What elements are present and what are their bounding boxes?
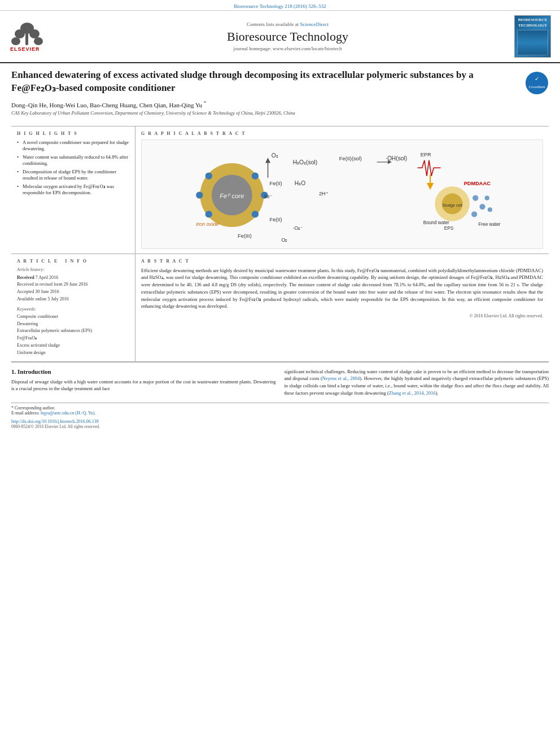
- svg-text:CrossMark: CrossMark: [528, 85, 545, 89]
- svg-point-43: [471, 211, 477, 217]
- highlights-heading: H I G H L I G H T S: [17, 131, 129, 136]
- svg-text:Iron oxide: Iron oxide: [196, 221, 219, 227]
- svg-text:Fe(II): Fe(II): [270, 216, 282, 222]
- svg-text:Fe(II)(sol): Fe(II)(sol): [339, 156, 362, 161]
- footer-section: http://dx.doi.org/10.1016/j.biortech.201…: [11, 418, 549, 429]
- elsevier-logo-container: ELSEVIER: [5, 17, 61, 56]
- article-title-section: Enhanced dewatering of excess activated …: [0, 63, 560, 126]
- svg-rect-5: [25, 31, 28, 45]
- keyword-2: Dewatering: [17, 321, 129, 328]
- crossmark-badge[interactable]: ✓ CrossMark: [525, 71, 549, 96]
- journal-header-center: Contents lists available at ScienceDirec…: [61, 21, 514, 51]
- svg-text:Free water: Free water: [478, 222, 500, 227]
- keywords-list: Composite conditioner Dewatering Extrace…: [17, 313, 129, 357]
- keywords-section: Keywords: Composite conditioner Dewateri…: [17, 307, 129, 357]
- article-dates: Received 7 April 2016 Received in revise…: [17, 274, 129, 303]
- accepted-date: Accepted 30 June 2016: [17, 289, 129, 296]
- svg-text:2e⁻: 2e⁻: [264, 193, 272, 199]
- article-info-abstract-section: A R T I C L E I N F O Article history: R…: [11, 254, 549, 362]
- page: Bioresource Technology 218 (2016) 526–53…: [0, 0, 560, 747]
- graphical-abstract-col: G R A P H I C A L A B S T R A C T Fe⁰ co…: [135, 126, 549, 254]
- keyword-3: Extracellular polymeric substances (EPS): [17, 327, 129, 335]
- svg-text:·OH(sol): ·OH(sol): [386, 155, 407, 161]
- cite-zhang[interactable]: Zhang et al., 2014, 2016: [389, 390, 436, 396]
- svg-point-15: [252, 172, 259, 179]
- intro-heading: 1. Introduction: [11, 368, 276, 375]
- article-history-label: Article history:: [17, 267, 129, 272]
- svg-point-14: [205, 172, 212, 179]
- svg-text:O₂: O₂: [281, 237, 287, 242]
- svg-text:·O₂⁻: ·O₂⁻: [293, 225, 304, 231]
- svg-point-1: [15, 29, 25, 38]
- cover-title: BIORESOURCE TECHNOLOGY: [517, 18, 549, 28]
- received-date: Received 7 April 2016: [17, 274, 129, 282]
- svg-text:H₂O₂(sol): H₂O₂(sol): [293, 159, 317, 165]
- journal-top-bar: Bioresource Technology 218 (2016) 526–53…: [0, 0, 560, 11]
- journal-cover-image: BIORESOURCE TECHNOLOGY: [514, 15, 551, 58]
- corresponding-text: * Corresponding author.: [11, 405, 55, 410]
- keyword-6: Uniform design: [17, 350, 129, 357]
- intro-right: significant technical challenges. Reduci…: [285, 368, 549, 397]
- corresponding-note: * Corresponding author.: [11, 405, 549, 410]
- abstract-text: Efficient sludge dewatering methods are …: [141, 267, 543, 311]
- svg-point-3: [11, 37, 20, 45]
- svg-text:Fe⁰ core: Fe⁰ core: [220, 192, 244, 199]
- highlight-item-4: Molecular oxygen activated by Fe@Fe₂O₃ w…: [17, 184, 129, 196]
- highlight-item-1: A novel composite conditioner was prepar…: [17, 139, 129, 152]
- abstract-col: A B S T R A C T Efficient sludge dewater…: [135, 254, 549, 361]
- article-title: Enhanced dewatering of excess activated …: [11, 69, 525, 95]
- graphical-abstract-heading: G R A P H I C A L A B S T R A C T: [141, 131, 543, 136]
- cite-neyens[interactable]: Neyens et al., 2004: [322, 375, 360, 381]
- contents-label: Contents lists available at: [247, 21, 299, 27]
- svg-point-2: [29, 29, 40, 38]
- keyword-1: Composite conditioner: [17, 313, 129, 321]
- svg-point-45: [488, 207, 492, 212]
- highlights-graphical-section: H I G H L I G H T S A novel composite co…: [11, 126, 549, 254]
- svg-text:H₂O: H₂O: [295, 180, 305, 186]
- keywords-label: Keywords:: [17, 307, 129, 312]
- svg-text:Bound water: Bound water: [423, 220, 449, 225]
- svg-text:ELSEVIER: ELSEVIER: [10, 46, 40, 52]
- sciencedirect-link-text[interactable]: ScienceDirect: [300, 21, 329, 27]
- revised-date: Received in revised form 29 June 2016: [17, 281, 129, 289]
- affiliation-text: CAS Key Laboratory of Urban Pollutant Co…: [11, 110, 549, 116]
- keyword-5: Excess activated sludge: [17, 342, 129, 350]
- graphical-abstract-image: Fe⁰ core Iron oxide O₂ Fe(II): [141, 139, 543, 249]
- svg-text:EPS: EPS: [444, 226, 454, 231]
- intro-left: 1. Introduction Disposal of sewage sludg…: [11, 368, 276, 397]
- svg-point-44: [485, 195, 489, 200]
- svg-text:Fe(II): Fe(II): [270, 181, 282, 186]
- doi-link[interactable]: http://dx.doi.org/10.1016/j.biortech.201…: [11, 419, 549, 424]
- journal-header: ELSEVIER Contents lists available at Sci…: [0, 11, 560, 63]
- email-address[interactable]: hqyu@ustc.edu.cn (H.-Q. Yu).: [41, 410, 96, 416]
- svg-point-41: [473, 195, 478, 200]
- svg-text:PDMDAAC: PDMDAAC: [464, 181, 491, 186]
- intro-text-right: significant technical challenges. Reduci…: [285, 368, 549, 397]
- ga-diagram: Fe⁰ core Iron oxide O₂ Fe(II): [142, 140, 542, 247]
- highlight-item-2: Water content was substantially reduced …: [17, 154, 129, 167]
- footnote-section: * Corresponding author. E-mail address: …: [11, 403, 549, 416]
- journal-homepage: journal homepage: www.elsevier.com/locat…: [67, 46, 509, 51]
- svg-text:EPR: EPR: [421, 151, 431, 157]
- abstract-copyright: © 2016 Elsevier Ltd. All rights reserved…: [141, 313, 543, 318]
- elsevier-logo-svg: ELSEVIER: [7, 20, 58, 54]
- email-line: E-mail address: hqyu@ustc.edu.cn (H.-Q. …: [11, 410, 549, 416]
- svg-text:O₂: O₂: [272, 152, 278, 158]
- footer-copyright: 0960-8524/© 2016 Elsevier Ltd. All right…: [11, 424, 549, 429]
- svg-point-18: [196, 191, 203, 198]
- highlights-list: A novel composite conditioner was prepar…: [17, 139, 129, 196]
- svg-point-17: [252, 211, 259, 217]
- svg-point-16: [205, 211, 212, 217]
- authors-text: Dong–Qin He, Hong-Wei Luo, Bao-Cheng Hua…: [11, 102, 202, 108]
- svg-text:Sludge cell: Sludge cell: [443, 203, 462, 208]
- highlights-col: H I G H L I G H T S A novel composite co…: [11, 126, 135, 254]
- article-info-col: A R T I C L E I N F O Article history: R…: [11, 254, 135, 361]
- journal-citation: Bioresource Technology 218 (2016) 526–53…: [234, 3, 326, 9]
- svg-point-4: [34, 37, 43, 45]
- article-title-row: Enhanced dewatering of excess activated …: [11, 69, 549, 96]
- intro-text-left: Disposal of sewage sludge with a high wa…: [11, 378, 276, 393]
- online-date: Available online 5 July 2016: [17, 296, 129, 303]
- email-label: E-mail address:: [11, 410, 40, 416]
- svg-point-7: [526, 72, 548, 94]
- journal-title: Bioresource Technology: [67, 29, 509, 44]
